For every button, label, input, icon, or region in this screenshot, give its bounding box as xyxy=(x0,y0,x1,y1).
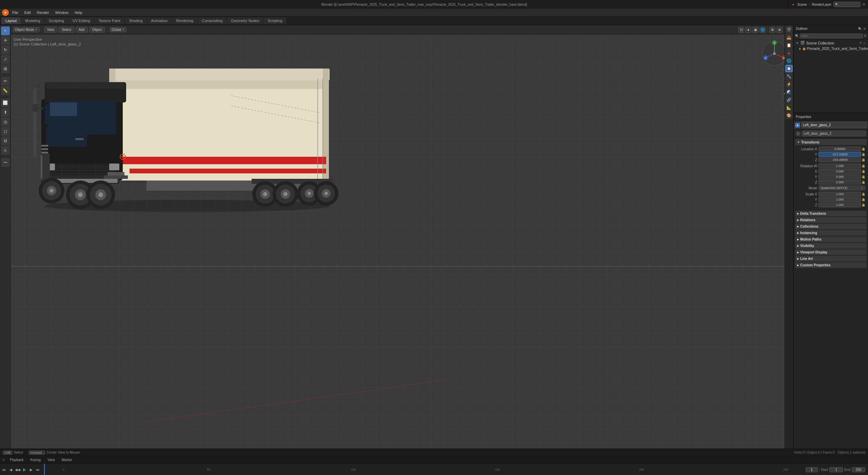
menu-edit[interactable]: Edit xyxy=(22,10,34,15)
tab-geometry-nodes[interactable]: Geometry Nodes xyxy=(227,17,263,24)
outliner-search-input[interactable] xyxy=(800,34,863,38)
global-dropdown[interactable]: Global ▼ xyxy=(110,27,127,32)
play-reverse-button[interactable]: ◀◀ xyxy=(15,467,20,472)
tab-animation[interactable]: Animation xyxy=(147,17,172,24)
location-x-lock[interactable]: 🔒 xyxy=(861,147,865,151)
props-tab-object[interactable]: 🔲 xyxy=(785,65,793,72)
props-tab-render[interactable]: 🎬 xyxy=(785,26,793,33)
tab-sculpting[interactable]: Sculpting xyxy=(45,17,68,24)
viewport-display-header[interactable]: ▶ Viewport Display xyxy=(795,249,867,255)
location-z-lock[interactable]: 🔒 xyxy=(861,158,865,162)
playback-menu[interactable]: Playback xyxy=(8,458,26,462)
sc-select-icon[interactable]: ⊙ xyxy=(863,41,866,45)
rotation-w-input[interactable] xyxy=(818,164,861,168)
tab-layout[interactable]: Layout xyxy=(1,17,21,24)
rotation-y-lock[interactable]: 🔒 xyxy=(861,175,865,179)
scene-search[interactable]: 🔍 xyxy=(833,2,861,7)
filter-icon[interactable]: ⚙ xyxy=(863,3,865,6)
transform-section-header[interactable]: ▼ Transform xyxy=(795,139,867,145)
rotation-z-input[interactable] xyxy=(818,180,861,185)
sc-eye-icon[interactable]: 👁 xyxy=(859,41,862,45)
loop-cut-tool[interactable]: ⊟ xyxy=(1,136,10,145)
rotation-z-lock[interactable]: 🔒 xyxy=(861,180,865,184)
object-name-input[interactable] xyxy=(801,122,867,128)
props-tab-particles[interactable]: ⚡ xyxy=(785,80,793,88)
tab-rendering[interactable]: Rendering xyxy=(172,17,197,24)
props-tab-data[interactable]: 📐 xyxy=(785,104,793,111)
props-tab-modifiers[interactable]: 🔧 xyxy=(785,73,793,80)
outliner-filter-icon[interactable]: 🔍 xyxy=(858,27,862,31)
motion-paths-header[interactable]: ▶ Motion Paths xyxy=(795,236,867,242)
material-shading[interactable]: ◉ xyxy=(752,27,758,33)
scale-z-input[interactable] xyxy=(818,203,861,207)
menu-help[interactable]: Help xyxy=(72,10,85,15)
props-tab-constraints[interactable]: 🔗 xyxy=(785,96,793,103)
scale-x-input[interactable] xyxy=(818,192,861,196)
menu-file[interactable]: File xyxy=(9,10,21,15)
tab-uv-editing[interactable]: UV Editing xyxy=(68,17,94,24)
viewport-3d[interactable]: User Perspective (1) Scene Collection | … xyxy=(11,35,793,456)
object-menu-button[interactable]: Object xyxy=(89,27,105,33)
scene-collection-header[interactable]: ▼ 🎬 Scene Collection 👁 ⊙ xyxy=(794,40,868,46)
tab-compositing[interactable]: Compositing xyxy=(198,17,226,24)
add-menu-button[interactable]: Add xyxy=(76,27,88,33)
menu-window[interactable]: Window xyxy=(53,10,71,15)
add-cube-tool[interactable]: ⬜ xyxy=(1,98,10,107)
location-x-input[interactable] xyxy=(818,147,861,151)
rotation-x-lock[interactable]: 🔒 xyxy=(861,169,865,173)
solid-shading[interactable]: ● xyxy=(745,27,751,33)
location-z-input[interactable] xyxy=(818,157,861,162)
move-tool[interactable]: ✛ xyxy=(1,36,10,45)
timeline-view-menu[interactable]: View xyxy=(45,458,57,462)
tab-modeling[interactable]: Modeling xyxy=(21,17,44,24)
location-y-input[interactable] xyxy=(818,152,861,157)
tab-scripting[interactable]: Scripting xyxy=(263,17,286,24)
scale-z-lock[interactable]: 🔒 xyxy=(861,203,865,207)
annotate-tool[interactable]: ✏ xyxy=(1,77,10,86)
props-tab-scene[interactable]: 🔺 xyxy=(785,49,793,57)
rotation-w-lock[interactable]: 🔒 xyxy=(861,164,865,168)
visibility-header[interactable]: ▶ Visibility xyxy=(795,243,867,249)
location-y-lock[interactable]: 🔒 xyxy=(861,152,865,156)
cursor-tool[interactable]: ↖ xyxy=(1,26,10,35)
rendered-shading[interactable]: 🌐 xyxy=(760,27,766,33)
mesh-name-input[interactable] xyxy=(802,131,866,136)
marker-menu[interactable]: Marker xyxy=(60,458,74,462)
props-tab-physics[interactable]: 🌊 xyxy=(785,88,793,96)
props-tab-output[interactable]: 📤 xyxy=(785,34,793,41)
wireframe-shading[interactable]: ⊡ xyxy=(738,27,744,33)
line-art-header[interactable]: ▶ Line Art xyxy=(795,256,867,262)
gizmos-button[interactable]: ⊕ xyxy=(776,27,783,33)
smooth-tool[interactable]: 〜 xyxy=(1,158,10,167)
relations-header[interactable]: ▶ Relations xyxy=(795,217,867,223)
scale-y-lock[interactable]: 🔒 xyxy=(861,197,865,202)
rotation-x-input[interactable] xyxy=(818,169,861,174)
bevel-tool[interactable]: ◻ xyxy=(1,127,10,136)
rotation-mode-dropdown[interactable]: Quaternion (WXYZ) ▼ xyxy=(818,186,865,190)
timeline-playhead[interactable] xyxy=(44,464,45,475)
props-tab-world[interactable]: 🌐 xyxy=(785,57,793,64)
object-mode-dropdown[interactable]: Object Mode ▼ xyxy=(13,27,40,32)
view-menu-button[interactable]: View xyxy=(44,27,58,33)
outliner-item-collection[interactable]: ▶ ▣ Pinnacle_2025_Truck_and_Semi_Trailer… xyxy=(798,46,868,51)
knife-tool[interactable]: ⚔ xyxy=(1,146,10,155)
tab-shading[interactable]: Shading xyxy=(125,17,146,24)
scale-tool[interactable]: ⤢ xyxy=(1,55,10,64)
scale-x-lock[interactable]: 🔒 xyxy=(861,192,865,196)
scale-y-input[interactable] xyxy=(818,197,861,202)
props-tab-view-layer[interactable]: 📋 xyxy=(785,41,793,49)
instancing-header[interactable]: ▶ Instancing xyxy=(795,230,867,236)
delta-transform-header[interactable]: ▶ Delta Transform xyxy=(795,211,867,216)
custom-properties-header[interactable]: ▶ Custom Properties xyxy=(795,262,867,268)
tab-texture-paint[interactable]: Texture Paint xyxy=(95,17,124,24)
select-menu-button[interactable]: Select xyxy=(59,27,74,33)
props-tab-material[interactable]: 🎨 xyxy=(785,112,793,119)
overlays-button[interactable]: ⊞ xyxy=(769,27,775,33)
rotation-y-input[interactable] xyxy=(818,174,861,179)
keying-menu[interactable]: Keying xyxy=(28,458,43,462)
inset-tool[interactable]: ◎ xyxy=(1,117,10,126)
collections-header[interactable]: ▶ Collections xyxy=(795,224,867,229)
menu-render[interactable]: Render xyxy=(34,10,52,15)
measure-tool[interactable]: 📏 xyxy=(1,86,10,95)
jump-start-button[interactable]: ⏮ xyxy=(1,467,7,472)
